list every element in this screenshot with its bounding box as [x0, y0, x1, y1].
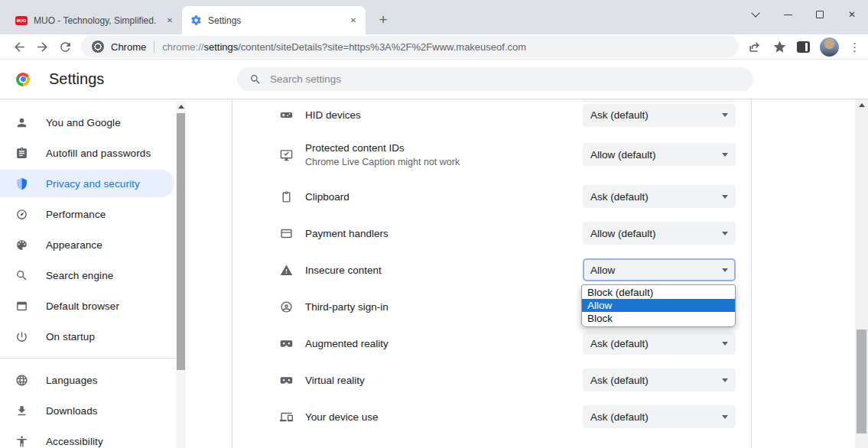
permission-row-protected-content-ids: Protected content IDsChrome Live Caption…	[232, 131, 751, 178]
close-tab-icon[interactable]: ✕	[164, 15, 176, 27]
dropdown-caret-icon	[722, 415, 728, 419]
scroll-up-icon[interactable]	[178, 105, 184, 109]
tab-muo[interactable]: MUO MUO - Technology, Simplified. ✕	[8, 6, 182, 34]
sidebar-item-search-engine[interactable]: Search engine	[0, 260, 176, 291]
dropdown-value: Allow (default)	[590, 228, 656, 239]
share-icon[interactable]	[748, 40, 762, 54]
your-device-use-dropdown[interactable]: Ask (default)	[583, 405, 736, 428]
sidebar-item-performance[interactable]: Performance	[0, 199, 176, 229]
permission-labels: Third-party sign-in	[305, 301, 388, 313]
sidebar-scrollbar-thumb[interactable]	[177, 113, 185, 370]
settings-body: You and GoogleAutofill and passwordsPriv…	[0, 99, 868, 448]
tab-search-button[interactable]	[740, 0, 772, 29]
bookmark-star-icon[interactable]	[772, 40, 787, 54]
augmented-reality-dropdown[interactable]: Ask (default)	[583, 332, 736, 355]
clipboard-dropdown[interactable]: Ask (default)	[583, 185, 736, 208]
permission-label: Augmented reality	[305, 338, 388, 349]
dropdown-option-block-default[interactable]: Block (default)	[582, 286, 735, 299]
maximize-button[interactable]	[804, 0, 836, 29]
open-dropdown-listbox: Block (default)AllowBlock	[581, 284, 736, 327]
permission-labels: Clipboard	[305, 191, 349, 203]
minimize-icon	[784, 15, 792, 15]
site-permissions-card: HID devicesAsk (default)Protected conten…	[232, 99, 752, 448]
chrome-logo-icon	[16, 73, 30, 86]
chrome-logo-mono-icon	[92, 41, 104, 53]
maximize-icon	[816, 11, 824, 18]
permission-row-virtual-reality: Virtual realityAsk (default)	[232, 362, 751, 398]
sidebar-item-privacy-and-security[interactable]: Privacy and security	[0, 168, 176, 199]
permission-row-payment-handlers: Payment handlersAllow (default)	[232, 215, 751, 252]
dropdown-option-allow[interactable]: Allow	[582, 299, 735, 312]
tab-strip: MUO MUO - Technology, Simplified. ✕ Sett…	[0, 0, 868, 34]
sidebar-item-label: Default browser	[46, 300, 119, 312]
address-bar[interactable]: Chrome chrome://settings/content/siteDet…	[81, 36, 739, 57]
hid-devices-dropdown[interactable]: Ask (default)	[583, 104, 736, 127]
globe-icon	[15, 374, 28, 387]
settings-gear-icon	[190, 15, 202, 27]
dropdown-value: Ask (default)	[590, 109, 649, 121]
settings-header: Settings Search settings	[0, 60, 868, 99]
sidebar-item-label: Appearance	[46, 239, 102, 251]
new-tab-button[interactable]: +	[372, 9, 394, 31]
power-icon	[15, 330, 28, 343]
reload-button[interactable]	[54, 36, 76, 57]
sidebar-scrollbar[interactable]	[176, 101, 186, 448]
page-title: Settings	[49, 70, 104, 88]
permission-sublabel: Chrome Live Caption might not work	[305, 157, 460, 167]
sidebar-item-on-startup[interactable]: On startup	[0, 321, 176, 352]
sidebar-item-label: Privacy and security	[46, 178, 140, 190]
search-icon	[249, 73, 262, 86]
payment-handlers-dropdown[interactable]: Allow (default)	[583, 222, 736, 245]
dropdown-caret-icon	[722, 342, 728, 346]
tab-settings[interactable]: Settings ✕	[182, 6, 366, 34]
sidebar-item-appearance[interactable]: Appearance	[0, 229, 176, 260]
permission-label: HID devices	[305, 109, 361, 121]
hid-icon	[280, 109, 293, 122]
autofill-icon	[15, 147, 28, 160]
dropdown-caret-icon	[722, 232, 728, 235]
virtual-reality-dropdown[interactable]: Ask (default)	[583, 368, 736, 391]
vr-goggles-icon	[280, 374, 293, 387]
search-placeholder: Search settings	[270, 73, 341, 85]
sidebar-item-default-browser[interactable]: Default browser	[0, 291, 176, 321]
protected-content-ids-dropdown[interactable]: Allow (default)	[583, 143, 736, 166]
permission-label: Virtual reality	[305, 375, 365, 386]
sidebar-item-autofill-and-passwords[interactable]: Autofill and passwords	[0, 138, 176, 168]
ar-goggles-icon	[280, 337, 293, 350]
back-button[interactable]	[8, 36, 31, 57]
close-tab-icon[interactable]: ✕	[347, 15, 359, 27]
permission-labels: Augmented reality	[305, 338, 388, 349]
scroll-up-icon[interactable]	[859, 103, 865, 107]
tab-title: MUO - Technology, Simplified.	[34, 15, 159, 26]
profile-avatar[interactable]	[820, 37, 839, 57]
minimize-button[interactable]	[772, 0, 804, 29]
sidebar-item-accessibility[interactable]: Accessibility	[0, 426, 176, 448]
permission-label: Your device use	[305, 411, 379, 423]
permission-labels: Insecure content	[305, 265, 382, 276]
permission-row-augmented-reality: Augmented realityAsk (default)	[232, 325, 751, 362]
sidebar-item-you-and-google[interactable]: You and Google	[0, 107, 176, 138]
close-window-button[interactable]: ✕	[836, 0, 868, 29]
sidebar-item-label: On startup	[46, 331, 95, 342]
sidebar-item-downloads[interactable]: Downloads	[0, 395, 176, 426]
dropdown-option-block[interactable]: Block	[582, 312, 735, 325]
side-panel-icon[interactable]	[797, 41, 810, 53]
insecure-content-dropdown[interactable]: Allow	[583, 258, 736, 281]
content-scrollbar[interactable]	[855, 99, 868, 448]
forward-button[interactable]	[31, 36, 54, 57]
dropdown-value: Ask (default)	[590, 338, 649, 349]
permission-label: Clipboard	[305, 191, 349, 203]
sidebar-item-languages[interactable]: Languages	[0, 365, 176, 395]
browser-window: MUO MUO - Technology, Simplified. ✕ Sett…	[0, 0, 868, 448]
person-circle-icon	[280, 300, 293, 313]
permission-labels: Your device use	[305, 411, 379, 423]
omnibox-divider	[154, 41, 154, 53]
permission-row-hid-devices: HID devicesAsk (default)	[232, 99, 751, 131]
clipboard-icon	[280, 190, 293, 203]
dropdown-value: Ask (default)	[590, 191, 649, 203]
search-settings-input[interactable]: Search settings	[237, 67, 753, 91]
sidebar-item-label: You and Google	[46, 117, 121, 128]
content-scrollbar-thumb[interactable]	[857, 330, 866, 433]
dropdown-value: Allow (default)	[590, 149, 656, 161]
menu-dots-icon[interactable]: ⋮	[849, 41, 860, 53]
